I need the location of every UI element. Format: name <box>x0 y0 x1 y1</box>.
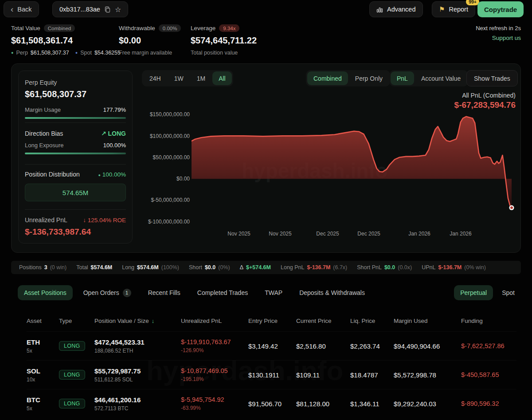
advanced-label: Advanced <box>387 6 416 13</box>
perp-label: Perp <box>16 50 27 56</box>
col-header-unrealized-pnl[interactable]: Unrealized PnL <box>181 313 248 331</box>
x-axis-tick: Jan 2026 <box>441 231 481 237</box>
col-header-margin-used[interactable]: Margin Used <box>394 313 461 331</box>
copytrade-label: Copytrade <box>484 6 517 13</box>
long-exposure-label: Long Exposure <box>25 142 63 149</box>
leverage-label: Leverage <box>191 25 215 31</box>
view-account-value[interactable]: Account Value <box>415 71 467 85</box>
view-pnl[interactable]: PnL <box>391 71 414 85</box>
positions-summary-bar: Positions 3 (0 win) Total $574.6M Long $… <box>11 261 521 274</box>
x-axis-tick: Dec 2025 <box>349 231 389 237</box>
toggle-spot[interactable]: Spot <box>496 285 521 300</box>
show-trades-button[interactable]: Show Trades <box>466 70 518 86</box>
address-pill[interactable]: 0xb317...83ae ☆ <box>52 1 128 17</box>
col-header-type[interactable]: Type <box>59 313 94 331</box>
col-header-liq-price[interactable]: Liq. Price <box>350 313 394 331</box>
divider <box>25 122 126 123</box>
margin-usage-bar <box>25 117 126 119</box>
spot-value: $54.36255 <box>94 50 121 56</box>
range-all[interactable]: All <box>212 71 232 85</box>
favorite-star-icon[interactable]: ☆ <box>115 5 121 14</box>
withdrawable-amount: $0.00 <box>119 35 181 46</box>
tab-recent-fills[interactable]: Recent Fills <box>142 285 187 300</box>
summary-short-pnl: Short PnL $0.0 (0.0x) <box>357 264 412 271</box>
combined-badge: Combined <box>44 24 75 32</box>
summary-positions: Positions 3 (0 win) <box>19 264 66 271</box>
range-1m[interactable]: 1M <box>191 71 211 85</box>
roe-value: ↓ 125.04% ROE <box>83 217 126 224</box>
toggle-perpetual[interactable]: Perpetual <box>454 285 493 300</box>
current-price: $81,128.00 <box>296 400 350 408</box>
position-value: $55,729,987.75 <box>94 367 181 375</box>
advanced-button[interactable]: Advanced <box>369 1 423 17</box>
liq-price: $1,346.11 <box>350 400 394 408</box>
x-axis-tick: Nov 2025 <box>219 231 259 237</box>
tab-twap[interactable]: TWAP <box>258 285 289 300</box>
long-exposure-bar <box>25 153 126 154</box>
tab-completed-trades[interactable]: Completed Trades <box>191 285 254 300</box>
back-button[interactable]: ‹ Back <box>4 1 39 17</box>
asset-leverage: 5x <box>27 348 59 354</box>
asset-symbol: ETH <box>27 338 59 346</box>
total-value-stat: Total Value Combined $61,508,361.74 ● Pe… <box>11 24 121 56</box>
support-us-link[interactable]: Support us <box>492 35 521 41</box>
summary-short: Short $0.0 (0%) <box>189 264 230 271</box>
chevron-left-icon: ‹ <box>11 5 13 13</box>
range-24h[interactable]: 24H <box>143 71 167 85</box>
entry-price: $91,506.70 <box>248 400 296 408</box>
col-header-funding[interactable]: Funding <box>461 313 516 331</box>
perp-dot-icon: ● <box>11 51 13 55</box>
mode-combined[interactable]: Combined <box>307 71 348 85</box>
summary-total: Total $574.6M <box>76 264 112 271</box>
copy-icon[interactable] <box>104 6 111 13</box>
col-header-asset[interactable]: Asset <box>27 313 59 331</box>
unrealized-pnl-value: $-136,733,987.64 <box>25 227 126 237</box>
position-value: $472,454,523.31 <box>94 338 181 346</box>
spot-label: Spot <box>80 50 92 56</box>
position-type-badge: LONG <box>59 341 85 351</box>
entry-price: $3,149.42 <box>248 342 296 350</box>
x-axis-tick: Dec 2025 <box>308 231 348 237</box>
asset-symbol: BTC <box>27 396 59 404</box>
position-distribution-box[interactable]: 574.65M <box>25 184 126 201</box>
page: ‹ Back 0xb317...83ae ☆ Advanced ⚑ Report… <box>0 0 532 420</box>
y-axis-tick: $150,000,000.00 <box>145 111 190 118</box>
leverage-stat: Leverage 9.34x $574,645,711.22 Total pos… <box>191 24 257 56</box>
current-price: $2,516.80 <box>296 342 350 350</box>
x-axis-tick: Nov 2025 <box>260 231 300 237</box>
unrealized-pnl: $-5,945,754.92 <box>181 396 248 403</box>
tab-open-orders[interactable]: Open Orders 1 <box>77 285 137 301</box>
pnl-area-chart[interactable] <box>192 111 516 232</box>
unrealized-pnl: $-10,877,469.05 <box>181 367 248 374</box>
mode-perp-only[interactable]: Perp Only <box>349 71 389 85</box>
range-1w[interactable]: 1W <box>168 71 190 85</box>
summary-long-pnl: Long PnL $-136.7M (6.7x) <box>281 264 347 271</box>
view-toggle-group: PnL Account Value <box>389 70 468 86</box>
divider <box>25 164 126 165</box>
col-header-current-price[interactable]: Current Price <box>296 313 350 331</box>
asset-symbol: SOL <box>27 367 59 375</box>
back-label: Back <box>17 6 31 13</box>
bar-chart-icon <box>376 6 383 13</box>
tab-deposits-withdrawals[interactable]: Deposits & Withdrawals <box>293 285 371 300</box>
position-value: $46,461,200.16 <box>94 396 181 404</box>
unrealized-pnl-pct: -63.99% <box>181 405 248 411</box>
time-range-group: 24H 1W 1M All <box>142 70 233 86</box>
summary-upnl: UPnL $-136.7M (0% win) <box>422 264 486 271</box>
col-header-entry-price[interactable]: Entry Price <box>248 313 296 331</box>
leverage-amount: $574,645,711.22 <box>191 35 257 46</box>
copytrade-button[interactable]: Copytrade <box>477 1 524 17</box>
position-distribution-pct: ● 100.00% <box>98 171 126 178</box>
all-pnl-label: All PnL (Combined) <box>462 92 516 99</box>
leverage-badge: 9.34x <box>219 24 239 32</box>
divider <box>25 209 126 210</box>
mode-toggle-group: Combined Perp Only <box>306 70 390 86</box>
long-exposure-value: 100.00% <box>103 142 126 149</box>
flag-icon: ⚑ <box>439 5 445 13</box>
tab-asset-positions[interactable]: Asset Positions <box>18 285 73 300</box>
funding: $-890,596.32 <box>461 400 516 407</box>
report-button[interactable]: ⚑ Report 99+ <box>432 1 475 17</box>
direction-bias-value: ↗ LONG <box>101 130 126 137</box>
col-header-position-value[interactable]: Position Value / Size ↓ <box>94 313 181 331</box>
unrealized-pnl: $-119,910,763.67 <box>181 338 248 345</box>
